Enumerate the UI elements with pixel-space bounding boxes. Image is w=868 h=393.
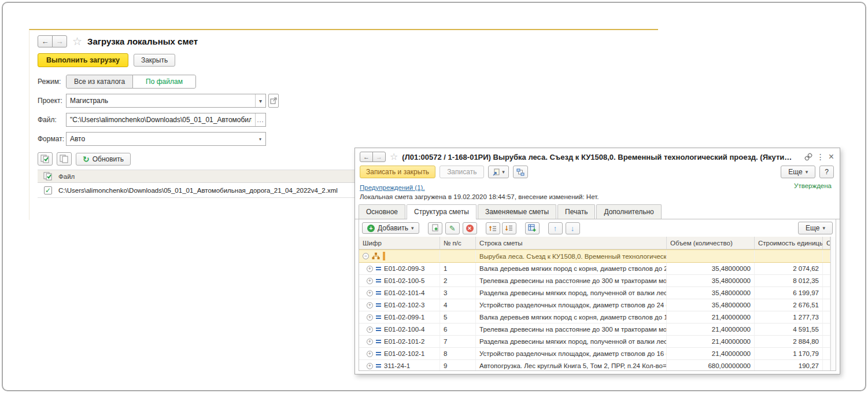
- create-based-on-button[interactable]: ▾: [488, 166, 509, 178]
- tab-bar: Основное Структура сметы Заменяемые смет…: [355, 200, 840, 219]
- back-button[interactable]: ←: [360, 152, 373, 162]
- col-header-code: Шифр: [359, 237, 440, 249]
- estimate-row[interactable]: + Е01-02-102-3 4 Устройство разделочных …: [359, 299, 830, 311]
- col-header-total: С: [823, 237, 830, 249]
- help-button[interactable]: ?: [819, 166, 834, 178]
- favorite-star-icon[interactable]: ☆: [390, 152, 398, 161]
- row-num: 7: [440, 336, 476, 347]
- estimate-row[interactable]: + Е01-02-099-3 1 Валка деревьев мягких п…: [359, 263, 830, 275]
- estimate-row[interactable]: + Е01-02-102-1 8 Устройство разделочных …: [359, 348, 830, 360]
- estimate-window: ← → ☆ (Л01:00572 / 1-168-01РИ) Вырубка л…: [354, 148, 840, 374]
- tab-additional[interactable]: Дополнительно: [596, 204, 661, 219]
- edit-button[interactable]: ✎: [445, 222, 460, 234]
- expand-icon[interactable]: +: [367, 326, 373, 333]
- forward-button[interactable]: →: [52, 35, 67, 47]
- refresh-button[interactable]: ↻ Обновить: [76, 153, 131, 166]
- close-icon[interactable]: ×: [829, 152, 834, 161]
- row-cost: 6 199,97: [755, 287, 823, 299]
- row-desc: Трелевка древесины на расстояние до 300 …: [476, 324, 667, 335]
- chevron-down-icon[interactable]: ▾: [255, 94, 265, 107]
- tab-replaceable[interactable]: Заменяемые сметы: [478, 204, 556, 219]
- forward-button[interactable]: →: [372, 152, 386, 162]
- mode-option-catalog[interactable]: Все из каталога: [66, 75, 133, 89]
- row-stub: [823, 299, 830, 311]
- estimate-row[interactable]: + Е01-02-101-4 3 Разделка древесины мягк…: [359, 287, 830, 299]
- run-load-button[interactable]: Выполнить загрузку: [38, 53, 128, 67]
- mode-option-files[interactable]: По файлам: [132, 75, 196, 89]
- text-cursor: [383, 252, 385, 260]
- save-button[interactable]: Записать: [439, 166, 484, 178]
- expand-icon[interactable]: +: [367, 302, 373, 308]
- estimate-row[interactable]: + 311-24-1 9 Автопогрузка. Лес круглый К…: [359, 360, 830, 370]
- related-documents-button[interactable]: [513, 166, 528, 178]
- tab-print[interactable]: Печать: [557, 204, 595, 219]
- estimate-command-bar: Записать и закрыть Записать ▾ Еще ▾: [355, 164, 840, 182]
- group-stub-cell: [823, 250, 830, 262]
- project-input[interactable]: [67, 94, 255, 107]
- tab-main[interactable]: Основное: [359, 204, 405, 219]
- add-button[interactable]: + Добавить ▾: [362, 222, 419, 234]
- back-button[interactable]: ←: [38, 35, 53, 47]
- row-num: 9: [440, 360, 476, 370]
- open-project-button[interactable]: [268, 94, 279, 108]
- group-qty-cell: [667, 250, 755, 262]
- link-icon[interactable]: [804, 153, 812, 161]
- tab-structure[interactable]: Структура сметы: [407, 204, 477, 219]
- col-header-desc: Строка сметы: [476, 237, 667, 249]
- expand-icon[interactable]: +: [367, 290, 373, 296]
- kebab-menu-icon[interactable]: ⋮: [817, 153, 825, 161]
- expand-icon[interactable]: +: [367, 351, 373, 357]
- delete-button[interactable]: ×: [463, 222, 477, 234]
- row-code-cell: + Е01-02-101-4: [359, 287, 440, 299]
- row-desc: Автопогрузка. Лес круглый Книга 5, Том 2…: [476, 360, 667, 370]
- save-close-button[interactable]: Записать и закрыть: [360, 166, 435, 178]
- check-all-button[interactable]: [38, 152, 53, 166]
- warnings-link[interactable]: Предупреждений (1).: [360, 184, 425, 191]
- file-checkbox[interactable]: ✓: [44, 186, 52, 194]
- grid-header-row: Шифр № п/с Строка сметы Объем (количеств…: [359, 237, 830, 249]
- row-stub: [823, 324, 830, 335]
- estimate-row[interactable]: + Е01-02-100-4 6 Трелевка древесины на р…: [359, 324, 830, 336]
- more-button[interactable]: Еще ▾: [781, 166, 815, 178]
- row-cost: 2 884,80: [755, 336, 823, 347]
- estimate-row[interactable]: + Е01-02-100-5 2 Трелевка древесины на р…: [359, 275, 830, 287]
- grid-more-button[interactable]: Еще ▾: [798, 222, 833, 234]
- row-stub: [823, 275, 830, 287]
- expand-icon[interactable]: +: [367, 314, 373, 321]
- expand-icon[interactable]: +: [367, 266, 373, 272]
- estimate-row[interactable]: + Е01-02-101-2 7 Разделка древесины мягк…: [359, 336, 830, 348]
- estimate-row[interactable]: + Е01-02-099-1 5 Валка деревьев мягких п…: [359, 311, 830, 324]
- expand-icon[interactable]: +: [367, 278, 373, 284]
- screenshot-frame: ← → ☆ Загрузка локальных смет Выполнить …: [2, 2, 866, 391]
- row-code: Е01-02-101-4: [384, 289, 424, 296]
- structure-panel: + Добавить ▾ ✎ ×: [359, 219, 836, 371]
- browse-button[interactable]: ...: [255, 113, 265, 126]
- check-all-icon: [40, 155, 50, 163]
- expand-icon[interactable]: +: [367, 363, 373, 369]
- move-down-button[interactable]: ↓: [566, 222, 580, 234]
- file-field-wrap: ...: [66, 113, 266, 127]
- chevron-down-icon: ▾: [806, 170, 808, 175]
- move-level-down-button[interactable]: [502, 222, 516, 234]
- group-row[interactable]: − Вырубка леса. Съезд к КУ1508,0. Времен…: [359, 249, 830, 263]
- favorite-star-icon[interactable]: ☆: [72, 36, 82, 47]
- format-input[interactable]: [67, 133, 255, 145]
- add-group-button[interactable]: [525, 222, 540, 234]
- chevron-down-icon[interactable]: ▾: [255, 133, 265, 145]
- row-qty: 35,48000000: [667, 275, 755, 287]
- status-badge: Утверждена: [794, 182, 832, 189]
- move-up-button[interactable]: ↑: [548, 222, 563, 234]
- move-level-up-button[interactable]: [486, 222, 500, 234]
- vertical-scrollbar[interactable]: [830, 237, 836, 370]
- row-qty: 21,40000000: [667, 336, 755, 347]
- row-code: Е01-02-099-3: [384, 265, 424, 272]
- copy-button[interactable]: [428, 222, 442, 234]
- close-button[interactable]: Закрыть: [134, 54, 175, 67]
- collapse-icon[interactable]: −: [363, 253, 369, 259]
- copy-add-icon: [431, 224, 439, 232]
- file-input[interactable]: [67, 113, 255, 126]
- load-info-line: Локальная смета загружена в 19.02.2020 1…: [360, 193, 834, 200]
- estimate-line-icon: [376, 302, 381, 308]
- uncheck-all-button[interactable]: [57, 152, 72, 166]
- expand-icon[interactable]: +: [367, 339, 373, 345]
